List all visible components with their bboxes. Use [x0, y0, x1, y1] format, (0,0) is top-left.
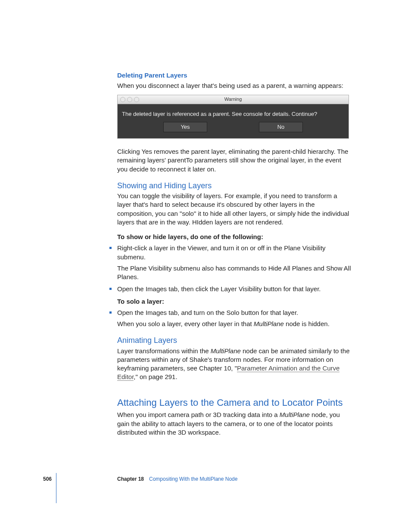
paragraph: Layer transformations within the MultiPl… [117, 347, 352, 382]
page-number: 506 [43, 476, 57, 482]
dialog-message: The deleted layer is referenced as a par… [118, 104, 349, 121]
paragraph: When you disconnect a layer that's being… [117, 81, 352, 90]
list-item: Open the Images tab, then click the Laye… [109, 285, 352, 293]
list-item-text: Open the Images tab, and turn on the Sol… [117, 309, 298, 316]
paragraph: Clicking Yes removes the parent layer, e… [117, 147, 352, 174]
heading-attaching-layers: Attaching Layers to the Camera and to Lo… [117, 396, 352, 409]
heading-deleting-parent-layers: Deleting Parent Layers [117, 71, 352, 80]
text-run: ," on page 291. [134, 373, 177, 380]
list-item: Right-click a layer in the Viewer, and t… [109, 244, 352, 281]
list-item-text: Open the Images tab, then click the Laye… [117, 285, 321, 292]
heading-showing-hiding-layers: Showing and Hiding Layers [117, 180, 352, 191]
italic-term: MultiPlane [254, 320, 284, 327]
dialog-title: Warning [118, 96, 349, 103]
text-run: When you solo a layer, every other layer… [117, 320, 254, 327]
bullet-list: Open the Images tab, and turn on the Sol… [117, 308, 352, 329]
no-button[interactable]: No [259, 122, 303, 132]
paragraph: You can toggle the visibility of layers.… [117, 192, 352, 227]
text-run: Layer transformations within the [117, 347, 211, 355]
page-content: Deleting Parent Layers When you disconne… [117, 71, 352, 439]
task-lead: To show or hide layers, do one of the fo… [117, 233, 352, 241]
chapter-label: Chapter 18 [117, 476, 144, 482]
page-footer: 506 Chapter 18 Compositing With the Mult… [43, 476, 371, 482]
heading-animating-layers: Animating Layers [117, 335, 352, 345]
italic-term: MultiPlane [280, 411, 310, 418]
yes-button[interactable]: Yes [163, 122, 207, 132]
text-run: When you import camera path or 3D tracki… [117, 411, 280, 418]
list-item-text: Right-click a layer in the Viewer, and t… [117, 244, 326, 260]
task-lead: To solo a layer: [117, 297, 352, 306]
bullet-list: Right-click a layer in the Viewer, and t… [117, 244, 352, 293]
list-item: Open the Images tab, and turn on the Sol… [109, 308, 352, 329]
dialog-button-row: Yes No [118, 120, 349, 138]
dialog-titlebar: Warning [118, 95, 349, 104]
list-item-sub: The Plane Visibility submenu also has co… [117, 264, 352, 282]
warning-dialog: Warning The deleted layer is referenced … [117, 95, 349, 139]
text-run: node is hidden. [284, 320, 330, 327]
chapter-title: Compositing With the MultiPlane Node [149, 476, 237, 482]
paragraph: When you import camera path or 3D tracki… [117, 411, 352, 437]
list-item-sub: When you solo a layer, every other layer… [117, 320, 352, 328]
italic-term: MultiPlane [211, 347, 241, 355]
